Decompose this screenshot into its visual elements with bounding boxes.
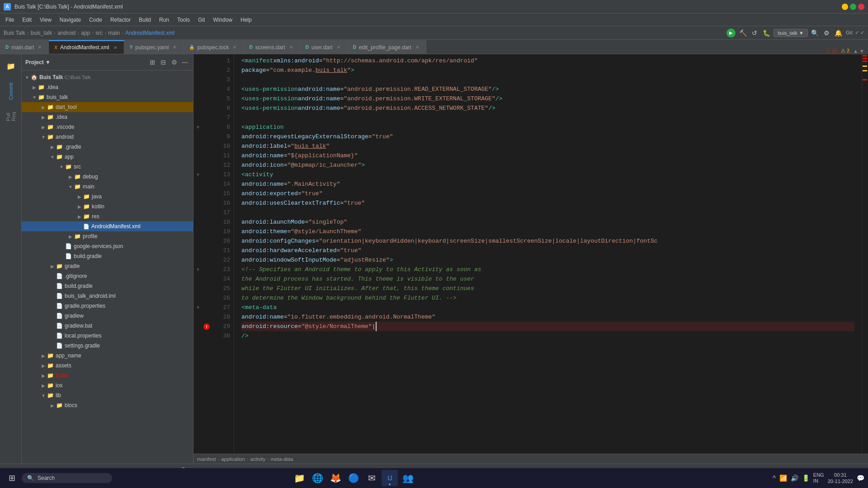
notifications-button[interactable]: 🔔 (834, 28, 843, 38)
tree-item-build-gradle[interactable]: 📄 build.gradle (22, 281, 193, 291)
tree-item-gradle-properties[interactable]: 📄 gradle.properties (22, 301, 193, 311)
menu-navigate[interactable]: Navigate (56, 15, 85, 25)
clock[interactable]: 00:31 20-11-2022 (828, 472, 853, 485)
tree-item-ios[interactable]: ▶ 📁 ios (22, 380, 193, 390)
tree-item-idea[interactable]: ▶ 📁 .idea (22, 82, 193, 92)
tab-androidmanifest[interactable]: X AndroidManifest.xml ✕ (49, 40, 124, 54)
fold-icon[interactable] (193, 284, 203, 293)
menu-refactor[interactable]: Refactor (107, 15, 134, 25)
taskbar-app-files[interactable]: 📁 (291, 470, 307, 486)
tab-close-button[interactable]: ✕ (288, 44, 294, 51)
fold-icon[interactable] (193, 132, 203, 141)
debug-button[interactable]: 🐛 (762, 28, 771, 38)
run-config-selector[interactable]: buis_talk ▼ (774, 29, 807, 37)
fold-icon[interactable] (193, 113, 203, 122)
tab-pubspec-lock[interactable]: 🔒 pubspec.lock ✕ (184, 40, 244, 54)
breadcrumb-item[interactable]: main (108, 30, 120, 36)
search-button[interactable]: 🔍 (811, 28, 820, 38)
fold-icon[interactable] (193, 217, 203, 227)
breadcrumb-active-item[interactable]: AndroidManifest.xml (125, 30, 175, 36)
sidebar-icon-commit[interactable]: Commit (3, 83, 19, 99)
tree-header-close[interactable]: — (180, 58, 189, 67)
tree-item-gradlew-bat[interactable]: 📄 gradlew.bat (22, 321, 193, 331)
taskbar-app-teams[interactable]: 👥 (400, 470, 416, 486)
tree-item-android[interactable]: ▼ 📁 android (22, 132, 193, 142)
tree-item-profile[interactable]: ▶ 📁 profile (22, 231, 193, 241)
bc-manifest[interactable]: manifest (197, 456, 216, 462)
fold-icon[interactable] (193, 141, 203, 151)
tab-close-button[interactable]: ✕ (231, 44, 238, 51)
fold-icon[interactable] (193, 208, 203, 217)
fold-icon[interactable]: ▼ (193, 170, 203, 179)
tree-item-local-properties[interactable]: 📄 local.properties (22, 331, 193, 341)
menu-code[interactable]: Code (85, 15, 106, 25)
tree-item-blocs[interactable]: ▶ 📁 blocs (22, 400, 193, 410)
tree-item-app[interactable]: ▼ 📁 app (22, 152, 193, 162)
language-indicator[interactable]: ENG IN (813, 472, 824, 484)
tab-close-button[interactable]: ✕ (112, 44, 118, 51)
tree-item-settings-gradle[interactable]: 📄 settings.gradle (22, 341, 193, 351)
bc-meta-data[interactable]: meta-data (271, 456, 293, 462)
maximize-button[interactable]: □ (850, 4, 856, 10)
fold-icon[interactable] (193, 94, 203, 103)
fold-icon[interactable] (193, 198, 203, 208)
tree-item-kotlin[interactable]: ▶ 📁 kotlin (22, 202, 193, 211)
tab-screens-dart[interactable]: D screens.dart ✕ (244, 40, 300, 54)
fold-icon[interactable] (193, 189, 203, 198)
tab-close-button[interactable]: ✕ (171, 44, 178, 51)
fold-icon[interactable] (193, 255, 203, 265)
close-button[interactable]: ✕ (858, 4, 864, 10)
tree-header-settings[interactable]: ⚙ (170, 58, 179, 67)
code-container[interactable]: ▼ ▼ ▼ (193, 54, 868, 454)
tree-header-collapse[interactable]: ⊟ (159, 58, 168, 67)
settings-button[interactable]: ⚙ (822, 28, 831, 38)
menu-run[interactable]: Run (156, 15, 173, 25)
taskbar-app-opera[interactable]: 🔵 (345, 470, 362, 486)
fold-icon[interactable] (193, 322, 203, 331)
sidebar-icon-pullreq[interactable]: Pull Req (3, 105, 19, 121)
breadcrumb-item[interactable]: buis_talk (31, 30, 52, 36)
build-button[interactable]: 🔨 (738, 28, 747, 38)
fold-icon[interactable] (193, 236, 203, 246)
fold-icon[interactable] (193, 84, 203, 94)
menu-window[interactable]: Window (209, 15, 236, 25)
tab-close-button[interactable]: ✕ (335, 44, 342, 51)
fold-icon[interactable] (193, 103, 203, 113)
menu-git[interactable]: Git (194, 15, 208, 25)
tree-item-lib[interactable]: ▼ 📁 lib (22, 390, 193, 400)
tree-item-assets[interactable]: ▶ 📁 assets (22, 361, 193, 371)
tree-item-src[interactable]: ▼ 📁 src (22, 162, 193, 172)
tree-item-androidmanifest[interactable]: 📄 AndroidManifest.xml (22, 221, 193, 231)
run-button[interactable]: ▶ (726, 28, 736, 38)
tree-item-google-services[interactable]: 📄 google-services.json (22, 241, 193, 251)
fold-icon[interactable] (193, 75, 203, 84)
code-content[interactable]: <manifest xmlns:android="http://schemas.… (234, 54, 862, 454)
fold-icon[interactable] (193, 151, 203, 160)
network-icon[interactable]: 📶 (779, 474, 787, 482)
tab-edit-profile-dart[interactable]: D edit_profile_page.dart ✕ (348, 40, 426, 54)
menu-file[interactable]: File (2, 15, 18, 25)
fold-icon[interactable] (193, 179, 203, 189)
tree-header-expand[interactable]: ⊞ (148, 58, 157, 67)
fold-icon[interactable]: ▼ (193, 303, 203, 312)
taskbar-app-edge[interactable]: 🌐 (309, 470, 326, 486)
fold-icon[interactable] (193, 246, 203, 255)
taskbar-app-intellij[interactable]: IJ (382, 470, 398, 486)
taskbar-search[interactable]: 🔍 Search (22, 473, 112, 483)
tree-item-res[interactable]: ▶ 📁 res (22, 211, 193, 221)
sidebar-icon-project[interactable]: 📁 (3, 58, 19, 74)
bc-application[interactable]: application (221, 456, 245, 462)
sync-button[interactable]: ↺ (750, 28, 759, 38)
fold-icon[interactable] (193, 312, 203, 322)
taskbar-app-firefox[interactable]: 🦊 (327, 470, 344, 486)
breadcrumb-item[interactable]: src (95, 30, 103, 36)
menu-edit[interactable]: Edit (19, 15, 35, 25)
start-button[interactable]: ⊞ (4, 470, 20, 486)
tab-close-button[interactable]: ✕ (414, 44, 420, 51)
breadcrumb-item[interactable]: app (81, 30, 90, 36)
menu-view[interactable]: View (36, 15, 55, 25)
fold-icon[interactable] (193, 293, 203, 303)
tree-item-java[interactable]: ▶ 📁 java (22, 192, 193, 202)
menu-help[interactable]: Help (237, 15, 255, 25)
tree-item-vscode[interactable]: ▶ 📁 .vscode (22, 122, 193, 132)
